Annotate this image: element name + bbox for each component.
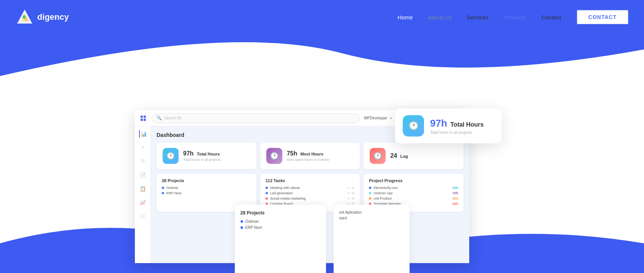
project-item-0: Ontimer <box>162 186 251 190</box>
progress-item-0: Elemintorfy.com 20h <box>369 186 458 190</box>
project-label-0: Ontimer <box>166 186 179 190</box>
logo[interactable]: digency <box>15 8 69 27</box>
tasks-title: 112 Tasks <box>266 178 355 183</box>
progress-item-1: Ontimer App 70h <box>369 191 458 195</box>
progress-label-0: Elemintorfy.com <box>373 186 398 190</box>
nav-projects[interactable]: Projects <box>504 14 526 21</box>
stat-icon-1: 🕐 <box>266 148 282 164</box>
stat-num-label-2: 24 Log <box>390 152 408 159</box>
nav-contact[interactable]: Contact <box>541 14 561 21</box>
navbar: digency Home About Us Services Projects … <box>0 0 644 34</box>
bp-label-1: ERP Next <box>245 225 262 230</box>
stat-icon-0: 🕐 <box>163 148 179 164</box>
board-label: oard <box>339 216 404 220</box>
stat-num-1: 75h <box>287 150 297 157</box>
logo-text: digency <box>37 12 69 22</box>
bottom-projects-title: 28 Projects <box>241 210 320 216</box>
progress-label-2: UI8 Product <box>373 197 392 200</box>
sidebar-dashboard-icon[interactable]: 📊 <box>139 130 147 138</box>
stat-sub-1: Most spent hours in Ontimer <box>287 158 330 162</box>
task-icons-1: ✏⚙ <box>347 191 354 195</box>
task-item-1: Led generation ✏⚙ <box>266 191 355 195</box>
floating-stat-card: 🕐 97h Total Hours Total hours in all pro… <box>395 108 502 143</box>
progress-label-1: Ontimer App <box>373 191 392 195</box>
task-item-0: Meeting with clients ✏⚙ <box>266 186 355 190</box>
grid-icon <box>141 116 146 121</box>
stat-label-2: Log <box>400 154 408 159</box>
progress-hours-2: 45h <box>453 197 459 200</box>
progress-dot-2 <box>369 197 371 200</box>
sidebar-clock-icon[interactable]: ⏱ <box>139 157 147 165</box>
project-dot-1 <box>162 192 164 194</box>
progress-hours-1: 70h <box>453 191 459 195</box>
progress-hours-0: 20h <box>453 186 459 190</box>
stats-row: 🕐 97h Total Hours Total hours in all pro… <box>157 143 464 169</box>
floating-sub: Total hours in all projects <box>430 130 484 135</box>
stat-sub-0: Total hours in all projects <box>183 158 221 162</box>
task-label-0: Meeting with clients <box>270 186 300 190</box>
stat-label-0: Total Hours <box>197 152 220 156</box>
bp-label-0: Ontimer <box>245 219 259 224</box>
stat-text-1: 75h Most Hours Most spent hours in Ontim… <box>287 150 330 162</box>
task-label-1: Led generation <box>270 191 293 195</box>
projects-title: 28 Projects <box>162 178 251 183</box>
progress-dot-0 <box>369 187 371 189</box>
task-dot-0 <box>266 187 268 189</box>
stat-icon-2: 🕐 <box>370 148 386 164</box>
search-placeholder: Search for <box>164 116 182 120</box>
stat-card-2: 🕐 24 Log <box>364 143 464 169</box>
sidebar-arrow-icon[interactable]: ↗ <box>139 144 147 151</box>
progress-dot-1 <box>369 192 371 194</box>
stat-num-2: 24 <box>390 152 397 159</box>
stat-num-label-0: 97h Total Hours <box>183 150 221 157</box>
task-icons-0: ✏⚙ <box>347 186 354 190</box>
stat-card-1: 🕐 75h Most Hours Most spent hours in Ont… <box>260 143 360 169</box>
bottom-project-0: Ontimer <box>241 219 320 224</box>
wp-chevron: ▾ <box>390 116 392 120</box>
nav-services[interactable]: Services <box>467 14 489 21</box>
app-label: ont Aplication <box>339 210 404 214</box>
project-label-1: ERP Next <box>166 191 181 195</box>
task-dot-1 <box>266 192 268 194</box>
bp-dot-1 <box>241 226 243 229</box>
task-item-2: Social media marketing ✏⚙ <box>266 197 355 200</box>
nav-links: Home About Us Services Projects Contact <box>397 14 561 21</box>
progress-item-2: UI8 Product 45h <box>369 197 458 200</box>
floating-card-content: 97h Total Hours Total hours in all proje… <box>430 117 484 135</box>
stat-text-2: 24 Log <box>390 152 408 159</box>
stat-label-1: Most Hours <box>301 152 324 156</box>
floating-card-icon: 🕐 <box>403 115 424 136</box>
dashboard-search[interactable]: 🔍 Search for <box>152 113 360 123</box>
bottom-panels: 28 Projects Ontimer ERP Next ont Aplicat… <box>0 205 644 273</box>
nav-about[interactable]: About Us <box>428 14 451 21</box>
task-icons-2: ✏⚙ <box>347 197 354 200</box>
nav-home[interactable]: Home <box>397 14 413 21</box>
stat-num-label-1: 75h Most Hours <box>287 150 330 157</box>
stat-card-0: 🕐 97h Total Hours Total hours in all pro… <box>157 143 256 169</box>
project-dot-0 <box>162 187 164 189</box>
project-item-1: ERP Next <box>162 191 251 195</box>
floating-num-label: 97h Total Hours <box>430 117 484 129</box>
floating-label: Total Hours <box>450 121 484 128</box>
task-label-2: Social media marketing <box>270 197 306 200</box>
logo-icon <box>15 8 34 27</box>
sidebar-table-icon[interactable]: 📋 <box>139 185 147 192</box>
search-icon: 🔍 <box>157 116 162 121</box>
wp-developer-label: WPDeveloper <box>364 116 387 120</box>
task-dot-2 <box>266 197 268 200</box>
contact-button[interactable]: CONTACT <box>576 10 629 25</box>
bottom-app-panel: ont Aplication oard <box>334 205 410 273</box>
sidebar-doc-icon[interactable]: 📄 <box>139 171 147 179</box>
bottom-projects-panel: 28 Projects Ontimer ERP Next <box>235 205 326 273</box>
bottom-project-1: ERP Next <box>241 225 320 230</box>
progress-title: Project Progress <box>369 178 458 183</box>
stat-num-0: 97h <box>183 150 194 157</box>
floating-num: 97h <box>430 117 447 129</box>
stat-text-0: 97h Total Hours Total hours in all proje… <box>183 150 221 162</box>
bp-dot-0 <box>241 220 243 223</box>
